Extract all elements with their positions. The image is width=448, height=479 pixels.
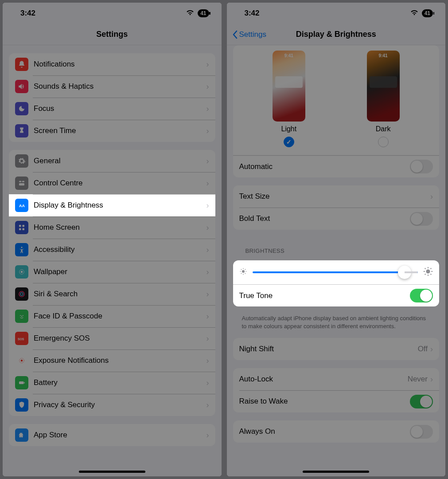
- always-on-toggle[interactable]: [410, 425, 433, 439]
- svg-line-27: [245, 269, 245, 270]
- svg-rect-7: [23, 228, 25, 231]
- always-on-row[interactable]: Always On: [233, 420, 440, 443]
- svg-line-28: [241, 273, 242, 274]
- row-control-centre[interactable]: Control Centre›: [9, 172, 215, 194]
- raise-to-wake-label: Raise to Wake: [239, 397, 410, 406]
- svg-line-37: [425, 274, 426, 275]
- dark-label: Dark: [367, 125, 400, 133]
- bold-text-label: Bold Text: [239, 214, 410, 223]
- back-label: Settings: [239, 30, 266, 39]
- row-face-id-passcode[interactable]: Face ID & Passcode›: [9, 305, 215, 327]
- row-siri-search[interactable]: Siri & Search›: [9, 283, 215, 305]
- night-shift-label: Night Shift: [239, 345, 418, 353]
- automatic-label: Automatic: [239, 162, 410, 171]
- home-indicator: [79, 471, 145, 473]
- app-store-icon: [15, 428, 28, 442]
- row-screen-time[interactable]: Screen Time›: [9, 120, 215, 142]
- battery-icon: 41: [422, 9, 433, 17]
- true-tone-toggle[interactable]: [410, 289, 433, 302]
- row-exposure-notifications[interactable]: Exposure Notifications›: [9, 349, 215, 372]
- svg-rect-5: [23, 225, 25, 227]
- light-radio[interactable]: [284, 137, 294, 147]
- emergency-sos-label: Emergency SOS: [34, 334, 206, 343]
- row-app-store[interactable]: App Store›: [9, 424, 215, 446]
- svg-rect-19: [24, 382, 25, 384]
- chevron-icon: ›: [206, 126, 209, 136]
- nav-bar: Settings Display & Brightness: [227, 24, 446, 45]
- svg-rect-4: [19, 225, 21, 227]
- raise-to-wake-toggle[interactable]: [410, 395, 433, 408]
- sounds-haptics-label: Sounds & Haptics: [34, 82, 206, 91]
- page-title: Display & Brightness: [296, 30, 376, 39]
- chevron-icon: ›: [206, 60, 209, 69]
- focus-icon: [15, 102, 28, 115]
- automatic-row[interactable]: Automatic: [233, 155, 440, 177]
- chevron-icon: ›: [206, 334, 209, 343]
- svg-text:AA: AA: [19, 204, 25, 208]
- chevron-icon: ›: [206, 400, 209, 410]
- svg-rect-6: [19, 228, 21, 231]
- svg-rect-1: [22, 181, 24, 182]
- battery-label: Battery: [34, 378, 206, 387]
- accessibility-icon: [15, 243, 28, 256]
- screen-time-label: Screen Time: [34, 126, 206, 135]
- row-accessibility[interactable]: Accessibility›: [9, 239, 215, 261]
- true-tone-row[interactable]: True Tone: [233, 284, 440, 306]
- display-brightness-label: Display & Brightness: [34, 201, 206, 210]
- sun-large-icon: [423, 267, 433, 278]
- row-focus[interactable]: Focus›: [9, 98, 215, 120]
- chevron-icon: ›: [206, 201, 209, 210]
- home-screen-icon: [15, 221, 28, 234]
- back-button[interactable]: Settings: [232, 30, 266, 39]
- home-indicator: [303, 471, 369, 473]
- night-shift-row[interactable]: Night Shift Off ›: [233, 338, 440, 360]
- text-size-row[interactable]: Text Size ›: [233, 185, 440, 208]
- face-id-passcode-icon: [15, 310, 28, 323]
- row-general[interactable]: General›: [9, 150, 215, 172]
- row-home-screen[interactable]: Home Screen›: [9, 216, 215, 239]
- chevron-icon: ›: [206, 104, 209, 114]
- row-battery[interactable]: Battery›: [9, 372, 215, 394]
- svg-point-11: [19, 291, 24, 297]
- auto-lock-row[interactable]: Auto-Lock Never ›: [233, 368, 440, 390]
- chevron-icon: ›: [430, 345, 433, 354]
- raise-to-wake-row[interactable]: Raise to Wake: [233, 390, 440, 412]
- wifi-icon: [410, 9, 418, 18]
- svg-rect-2: [19, 183, 24, 185]
- slider-thumb[interactable]: [398, 266, 411, 279]
- night-shift-value: Off: [418, 345, 428, 353]
- chevron-icon: ›: [206, 431, 209, 440]
- brightness-slider-row: [233, 260, 440, 284]
- appearance-light-option[interactable]: 9:41 Light: [273, 51, 305, 147]
- wallpaper-icon: [15, 265, 28, 279]
- display-brightness-icon: AA: [15, 199, 28, 212]
- row-wallpaper[interactable]: Wallpaper›: [9, 261, 215, 283]
- status-time: 3:42: [20, 9, 35, 18]
- accessibility-label: Accessibility: [34, 245, 206, 254]
- chevron-icon: ›: [206, 312, 209, 321]
- sun-small-icon: [239, 267, 247, 277]
- row-sounds-haptics[interactable]: Sounds & Haptics›: [9, 75, 215, 98]
- battery-icon: 41: [198, 9, 209, 17]
- row-emergency-sos[interactable]: SOSEmergency SOS›: [9, 327, 215, 349]
- chevron-icon: ›: [206, 223, 209, 232]
- svg-line-36: [431, 268, 432, 269]
- svg-point-29: [426, 269, 430, 273]
- svg-line-35: [431, 274, 432, 275]
- page-title: Settings: [96, 30, 128, 39]
- brightness-slider[interactable]: [253, 271, 418, 273]
- general-label: General: [34, 157, 206, 165]
- bold-text-toggle[interactable]: [410, 212, 433, 226]
- automatic-toggle[interactable]: [410, 160, 433, 173]
- bold-text-row[interactable]: Bold Text: [233, 208, 440, 230]
- dark-radio[interactable]: [378, 137, 389, 147]
- chevron-icon: ›: [206, 157, 209, 166]
- appearance-dark-option[interactable]: 9:41 Dark: [367, 51, 400, 147]
- wallpaper-label: Wallpaper: [34, 267, 206, 276]
- row-privacy-security[interactable]: Privacy & Security›: [9, 394, 215, 416]
- row-notifications[interactable]: Notifications›: [9, 53, 215, 75]
- chevron-icon: ›: [206, 245, 209, 255]
- chevron-icon: ›: [206, 267, 209, 277]
- dark-preview: 9:41: [367, 51, 400, 122]
- row-display-brightness[interactable]: AADisplay & Brightness›: [9, 194, 215, 216]
